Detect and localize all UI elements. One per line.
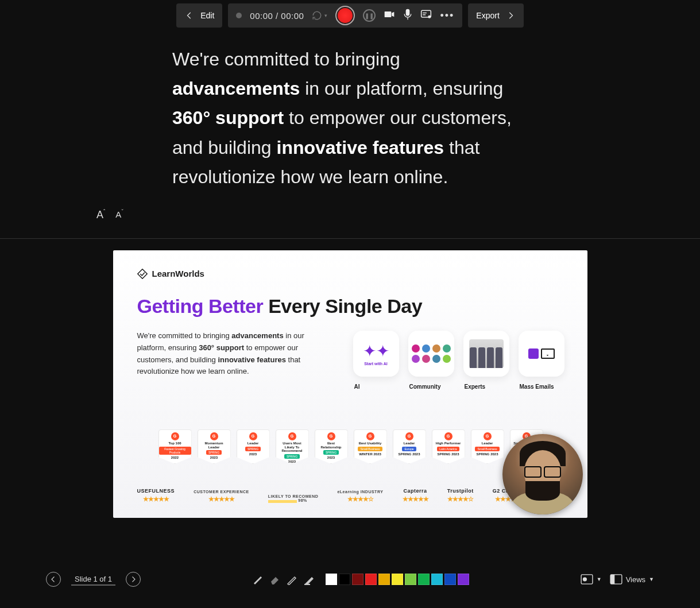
annotation-tools (252, 574, 469, 585)
feature-cards: ✦✦ Start with AI AI Community Experts Ma… (353, 331, 564, 377)
camera-icon[interactable] (384, 9, 395, 22)
rating: CUSTOMER EXPERIENCE★★★★★ (194, 490, 249, 503)
edit-button[interactable]: Edit (176, 3, 222, 28)
record-indicator-icon (236, 13, 242, 18)
camera-toggle[interactable]: ▼ (581, 574, 602, 584)
chevron-left-icon (184, 10, 195, 21)
timecode: 00:00 / 00:00 (250, 11, 304, 21)
svg-rect-0 (406, 9, 410, 16)
badge: GLeaderSPRING2023 (237, 429, 270, 464)
slide-navigation: Slide 1 of 1 (46, 572, 141, 587)
badge: GBest UsabilitySmall BusinessWINTER 2023 (354, 429, 387, 464)
feature-card-experts: Experts (463, 331, 509, 377)
views-controls: ▼ Views ▼ (581, 574, 654, 584)
svg-rect-3 (304, 584, 310, 585)
font-increase-button[interactable]: Aˆ (96, 209, 105, 221)
badge: GHigh PerformerLatin AmericaSPRING 2023 (432, 429, 465, 464)
avatar-grid-icon (412, 344, 451, 363)
teleprompter-text: We're committed to bringing advancements… (0, 28, 700, 197)
slide-preview-area: LearnWorlds Getting Better Every Single … (0, 239, 700, 524)
badge: GTop 100Fastest Growing Products2022 (158, 429, 192, 464)
color-swatch[interactable] (458, 574, 469, 585)
font-size-controls: Aˆ Aˇ (0, 197, 700, 238)
rating: USEFULNESS★★★★★ (137, 488, 175, 503)
next-slide-button[interactable] (126, 572, 141, 587)
badge: GLeaderSmall BusinessSPRING 2023 (471, 429, 504, 464)
mail-icon (528, 348, 555, 359)
badge: GBest RelationshipSPRING2023 (315, 429, 348, 464)
rating: eLearning INDUSTRY★★★★☆ (337, 490, 383, 503)
rating: Trustpilot★★★★☆ (447, 488, 474, 503)
pen-tool-1[interactable] (252, 574, 264, 585)
people-icon (469, 339, 504, 368)
svg-rect-7 (610, 575, 614, 584)
font-decrease-button[interactable]: Aˇ (115, 209, 123, 221)
recording-controls: 00:00 / 00:00 ▾ ❚❚ ••• (228, 3, 462, 28)
chevron-right-icon (505, 10, 516, 21)
pen-tool-2[interactable] (287, 574, 298, 585)
color-swatch[interactable] (326, 574, 337, 585)
rating: LIKELY TO RECOMEND (268, 494, 318, 503)
badge: GLeaderEuropeSPRING 2023 (393, 429, 426, 464)
color-swatch[interactable] (392, 574, 403, 585)
color-swatch[interactable] (405, 574, 416, 585)
prev-slide-button[interactable] (46, 572, 61, 587)
color-swatch[interactable] (431, 574, 443, 585)
color-swatches (326, 574, 469, 585)
slide-title: Getting Better Every Single Day (137, 295, 563, 317)
slide-body: We're committed to bringing advancements… (137, 330, 310, 378)
brand-logo: LearnWorlds (137, 269, 563, 279)
record-button[interactable] (335, 6, 355, 25)
sparkle-icon: ✦✦ (363, 342, 389, 361)
export-button[interactable]: Export (468, 3, 523, 28)
bottom-toolbar: Slide 1 of 1 ▼ Views ▼ (0, 551, 700, 608)
highlighter-tool[interactable] (304, 574, 315, 585)
recording-toolbar: Edit 00:00 / 00:00 ▾ ❚❚ ••• Export (0, 0, 700, 28)
color-swatch[interactable] (444, 574, 456, 585)
color-swatch[interactable] (365, 574, 377, 585)
captions-icon[interactable] (420, 9, 432, 22)
views-button[interactable]: Views ▼ (610, 574, 654, 584)
badge: GUsers Most Likely To RecommendSPRING202… (276, 429, 309, 464)
badges-row: GTop 100Fastest Growing Products2022GMom… (137, 429, 564, 464)
feature-card-community: Community (408, 331, 454, 377)
badge: GMomentum LeaderSPRING2023 (198, 429, 231, 464)
color-swatch[interactable] (352, 574, 363, 585)
ratings-row: USEFULNESS★★★★★CUSTOMER EXPERIENCE★★★★★L… (137, 488, 553, 503)
svg-point-2 (428, 16, 431, 18)
microphone-icon[interactable] (403, 9, 412, 22)
pause-button[interactable]: ❚❚ (363, 9, 376, 22)
slide-preview: LearnWorlds Getting Better Every Single … (113, 250, 587, 518)
edit-label: Edit (200, 11, 214, 20)
rating: Capterra★★★★★ (403, 488, 428, 503)
brand-name: LearnWorlds (152, 269, 204, 278)
more-icon[interactable]: ••• (440, 10, 454, 22)
svg-point-5 (583, 577, 587, 581)
feature-card-ai: ✦✦ Start with AI AI (353, 331, 399, 377)
webcam-overlay[interactable] (502, 434, 583, 514)
color-swatch[interactable] (378, 574, 390, 585)
refresh-icon[interactable] (312, 10, 322, 21)
slide-counter: Slide 1 of 1 (71, 574, 115, 586)
export-label: Export (476, 11, 499, 20)
feature-card-mass-emails: Mass Emails (519, 331, 564, 377)
color-swatch[interactable] (339, 574, 350, 585)
color-swatch[interactable] (418, 574, 430, 585)
eraser-tool[interactable] (269, 574, 281, 585)
